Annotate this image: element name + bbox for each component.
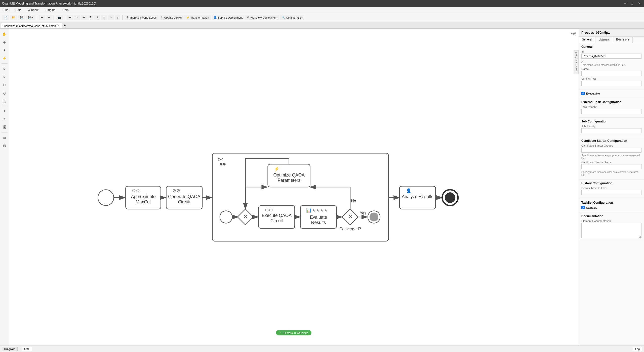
element-doc-textarea[interactable] (581, 223, 641, 238)
svg-text:✂: ✂ (218, 156, 223, 163)
tool-separator-2 (2, 106, 8, 106)
bpmn-diagram: ⚙⚙ Approximate MaxCut ⚙⚙ Generate QAOA C… (9, 29, 579, 345)
text-tool[interactable]: T (1, 108, 8, 115)
align-bottom-button[interactable]: ⇣ (101, 15, 107, 20)
open-button[interactable]: 📂 (10, 15, 17, 20)
name-input[interactable] (581, 71, 641, 76)
update-qrms-button[interactable]: ↻ Update QRMs (159, 15, 184, 20)
svg-point-6 (223, 163, 226, 166)
candidate-starter-section: Candidate Starter Configuration Candidat… (579, 137, 644, 180)
circle-tool-1[interactable]: ○ (1, 65, 8, 72)
tab-xml[interactable]: XML (22, 347, 32, 351)
tab-general[interactable]: General (579, 37, 595, 43)
menu-window[interactable]: Window (26, 8, 40, 12)
history-ttl-input[interactable] (581, 190, 641, 195)
diagram-tab[interactable]: workflow_quantme4vqa_case_study.bpmn ✕ (1, 23, 62, 28)
log-button[interactable]: Log (633, 347, 642, 351)
rect-tool[interactable]: ▭ (1, 134, 8, 141)
task-evaluate-label: Evaluate (310, 215, 327, 220)
diamond-tool[interactable]: ◇ (1, 89, 8, 96)
save-button[interactable]: 💾 (18, 15, 25, 20)
task-priority-input[interactable] (581, 109, 641, 114)
distribute-v-button[interactable]: ↕ (115, 15, 120, 20)
task-approximate-maxcut-label2: MaxCut (136, 199, 151, 204)
candidate-groups-input[interactable] (581, 148, 641, 153)
maximize-button[interactable]: □ (630, 1, 634, 6)
tab-close-button[interactable]: ✕ (57, 24, 59, 27)
align-middle-button[interactable]: ⇕ (94, 15, 100, 20)
align-center-button[interactable]: ⇔ (74, 15, 80, 20)
circle-tool-3[interactable]: ○ (1, 81, 8, 88)
connect-tool[interactable]: ⚡ (1, 55, 8, 62)
executable-section: Executable (579, 90, 644, 98)
canvas[interactable]: 🗺 ⚙⚙ Approximate MaxCut ⚙ (9, 29, 579, 345)
sep4 (122, 15, 123, 20)
start-event[interactable] (98, 190, 114, 206)
job-config-section: Job Configuration Job Priority (579, 118, 644, 137)
title-bar: QuantME Modeling and Transformation Fram… (0, 0, 644, 7)
close-button[interactable]: ✕ (636, 1, 642, 6)
sub-start-event[interactable] (220, 211, 232, 223)
properties-title: Process_070m5p1 (579, 29, 644, 37)
tab-diagram[interactable]: Diagram (2, 347, 18, 351)
status-bar: Diagram XML Log (0, 345, 644, 352)
menu-plugins[interactable]: Plugins (44, 8, 57, 12)
candidate-groups-label: Candidate Starter Groups (581, 144, 641, 147)
status-tabs: Diagram XML (2, 347, 32, 351)
properties-panel-side-label[interactable]: Properties Panel (574, 50, 579, 74)
job-priority-input[interactable] (581, 128, 641, 133)
hand-tool[interactable]: ✋ (1, 31, 8, 38)
menu-help[interactable]: Help (61, 8, 70, 12)
workflow-deployment-button[interactable]: ⚙ Workflow Deployment (245, 15, 279, 20)
svg-text:⚡: ⚡ (274, 166, 279, 172)
distribute-h-button[interactable]: ↔ (108, 15, 114, 20)
name-label: Name (581, 67, 641, 70)
startable-checkbox[interactable] (581, 206, 585, 209)
task-priority-label: Task Priority (581, 105, 641, 108)
undo-button[interactable]: ↩ (39, 15, 45, 20)
yes-label: Yes (360, 211, 367, 215)
candidate-users-note: Specify more than one user as a comma se… (581, 171, 641, 176)
saveas-button[interactable]: 💾+ (26, 15, 35, 20)
end-event-inner (445, 192, 455, 203)
tab-listeners[interactable]: Listeners (595, 37, 613, 43)
toolbar: 📄 📂 💾 💾+ ↩ ↪ 📷 ⇤ ⇔ ⇥ ⇡ ⇕ ⇣ ↔ ↕ ⚙ Improve… (0, 13, 644, 22)
lasso-tool[interactable]: ⊕ (1, 39, 8, 46)
align-right-button[interactable]: ⇥ (81, 15, 87, 20)
subprocess-tool[interactable]: ⊡ (1, 142, 8, 149)
align-top-button[interactable]: ⇡ (88, 15, 93, 20)
history-title: History Configuration (581, 182, 641, 185)
redo-button[interactable]: ↪ (46, 15, 52, 20)
task-generate-qaoa-label2: Circuit (178, 199, 190, 204)
external-task-title: External Task Configuration (581, 100, 641, 104)
tab-extensions[interactable]: Extensions (613, 37, 633, 43)
circle-tool-2[interactable]: ○ (1, 73, 8, 80)
align-left-button[interactable]: ⇤ (67, 15, 73, 20)
space-tool[interactable]: ✦ (1, 47, 8, 54)
id-input[interactable] (581, 54, 641, 59)
candidate-users-input[interactable] (581, 164, 641, 169)
startable-row: Startable (581, 206, 641, 209)
add-tab-button[interactable]: + (62, 23, 67, 28)
tab-bar: workflow_quantme4vqa_case_study.bpmn ✕ + (0, 22, 644, 29)
startable-label: Startable (586, 206, 597, 209)
screenshot-button[interactable]: 📷 (56, 15, 63, 20)
svg-text:⚙⚙: ⚙⚙ (132, 188, 140, 193)
service-deployment-button[interactable]: 👤 Service Deployment (212, 15, 244, 20)
improve-hybrid-loops-button[interactable]: ⚙ Improve Hybrid Loops (125, 15, 158, 20)
version-tag-input[interactable] (581, 81, 641, 86)
minimize-button[interactable]: ─ (622, 1, 628, 6)
transformation-button[interactable]: ⚡ Transformation (184, 15, 211, 20)
menu-file[interactable]: File (2, 8, 10, 12)
error-label: 0 Errors, 0 Warnings (283, 331, 308, 334)
list-tool[interactable]: ≡ (1, 116, 8, 123)
new-button[interactable]: 📄 (2, 15, 9, 20)
task-approximate-maxcut-label: Approximate (131, 194, 155, 199)
sep2 (54, 15, 54, 20)
menu-edit[interactable]: Edit (14, 8, 22, 12)
data-tool[interactable]: 🗄 (1, 124, 8, 131)
job-priority-label: Job Priority (581, 125, 641, 128)
configuration-button[interactable]: 🔧 Configuration (280, 15, 304, 20)
executable-checkbox[interactable] (581, 92, 585, 95)
rect-tool-rounded[interactable]: ▢ (1, 97, 8, 104)
